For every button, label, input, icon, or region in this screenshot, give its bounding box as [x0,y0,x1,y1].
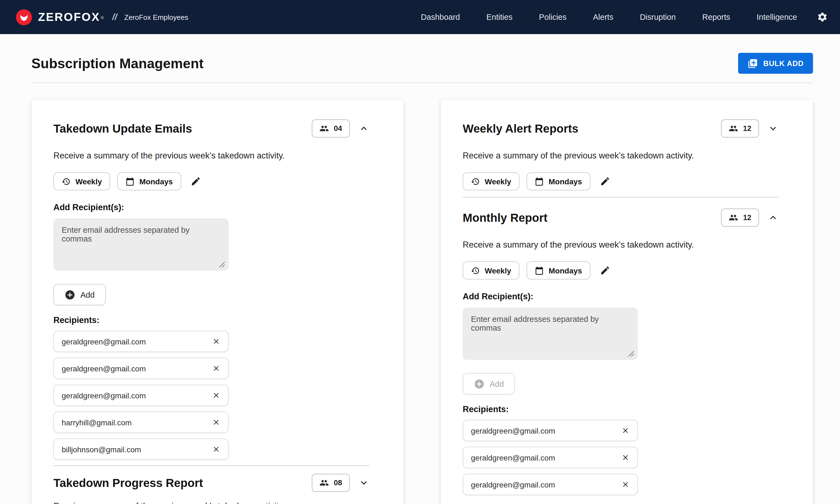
day-pill: Mondays [117,172,181,191]
section-controls: 08 [312,474,370,492]
brand: ZEROFOX ® // ZeroFox Employees [15,8,188,25]
recipient-email: billjohnson@gmail.com [62,445,141,454]
remove-recipient-icon[interactable] [621,480,630,489]
recipient-email: geraldgreen@gmail.com [62,364,146,373]
takedown-update-header: Takedown Update Emails 04 [53,120,370,138]
add-recipients-label: Add Recipient(s): [463,292,779,302]
app-viewport: ZEROFOX ® // ZeroFox Employees Dashboard… [0,0,840,504]
recipient-row: geraldgreen@gmail.com [463,420,638,441]
page-header: Subscription Management BULK ADD [31,53,813,74]
bulk-add-label: BULK ADD [764,59,804,67]
recipient-email: geraldgreen@gmail.com [471,426,555,435]
nav-item[interactable]: Entities [473,13,526,21]
edit-schedule-icon[interactable] [600,265,610,276]
recipient-count-badge: 04 [312,120,350,138]
recipient-count: 12 [743,214,751,222]
section-description: Receive a summary of the previous week’s… [463,239,779,250]
section-controls: 04 [312,120,370,138]
section-divider [53,466,370,466]
email-input[interactable] [53,218,228,271]
cards-row: Takedown Update Emails 04 Receive a summ… [31,100,813,504]
calendar-icon [535,266,544,275]
section-description: Receive a summary of the previous week’s… [53,150,370,161]
day-pill: Mondays [527,172,590,191]
page-content: Subscription Management BULK ADD Takedow… [0,53,840,504]
remove-recipient-icon[interactable] [212,391,220,399]
recipient-count: 08 [334,479,342,487]
takedown-card: Takedown Update Emails 04 Receive a summ… [31,100,404,504]
add-recipient-button[interactable]: Add [463,373,515,395]
section-title: Monthly Report [463,211,548,224]
recipient-row: geraldgreen@gmail.com [463,447,638,468]
section-controls: 12 [721,120,779,138]
nav-item[interactable]: Alerts [580,13,627,21]
remove-recipient-icon[interactable] [212,364,220,373]
plus-circle-icon [65,289,75,300]
settings-gear-icon[interactable] [817,12,828,22]
resize-handle-icon[interactable] [628,349,635,356]
recipients-list: geraldgreen@gmail.com geraldgreen@gmail.… [53,331,370,460]
main-nav: DashboardEntitiesPoliciesAlertsDisruptio… [408,13,810,21]
weekly-alert-header: Weekly Alert Reports 12 [463,120,779,138]
page-title: Subscription Management [31,55,204,71]
remove-recipient-icon[interactable] [621,453,630,462]
recipient-email: geraldgreen@gmail.com [471,453,555,462]
chevron-up-icon[interactable] [358,123,370,134]
calendar-icon [125,177,134,186]
remove-recipient-icon[interactable] [212,445,220,453]
remove-recipient-icon[interactable] [212,337,220,345]
remove-recipient-icon[interactable] [212,418,220,427]
history-clock-icon [471,266,480,275]
brand-separator: // [112,12,117,22]
chevron-up-icon[interactable] [767,212,779,223]
reports-card: Weekly Alert Reports 12 Receive a summar… [441,100,813,504]
zerofox-logo-icon [15,8,33,25]
resize-handle-icon[interactable] [219,260,225,267]
remove-recipient-icon[interactable] [621,427,630,435]
top-navbar: ZEROFOX ® // ZeroFox Employees Dashboard… [0,0,840,34]
chevron-down-icon[interactable] [358,477,370,489]
frequency-pill: Weekly [53,172,110,191]
title-divider [31,83,813,83]
takedown-progress-header: Takedown Progress Report 08 [53,474,370,492]
edit-schedule-icon[interactable] [600,176,610,186]
recipient-email: geraldgreen@gmail.com [471,480,555,489]
recipients-label: Recipients: [53,315,370,325]
bulk-add-button[interactable]: BULK ADD [738,53,813,74]
nav-item[interactable]: Reports [689,13,743,21]
recipient-count-badge: 08 [312,474,350,492]
recipient-row: billjohnson@gmail.com [53,438,228,460]
calendar-icon [535,177,544,186]
chevron-down-icon[interactable] [767,123,779,134]
recipient-count: 04 [334,124,342,132]
recipient-email: geraldgreen@gmail.com [62,391,146,400]
group-icon [729,124,738,133]
recipient-email: geraldgreen@gmail.com [62,337,146,346]
recipient-row: geraldgreen@gmail.com [53,358,228,379]
bulk-add-icon [748,58,758,69]
section-title: Takedown Progress Report [53,476,203,489]
recipient-count-badge: 12 [721,209,759,227]
section-title: Takedown Update Emails [53,122,192,135]
group-icon [320,478,329,487]
nav-item[interactable]: Disruption [627,13,689,21]
nav-item[interactable]: Intelligence [743,13,810,21]
monthly-report-header: Monthly Report 12 [463,209,779,227]
org-name: ZeroFox Employees [124,13,188,21]
recipients-label: Recipients: [463,404,779,414]
brand-name: ZEROFOX [38,11,100,24]
add-recipient-button[interactable]: Add [53,284,106,305]
recipient-row: harryhill@gmail.com [53,412,228,433]
nav-item[interactable]: Policies [526,13,580,21]
recipient-row: geraldgreen@gmail.com [463,474,638,495]
section-controls: 12 [721,209,779,227]
frequency-pill: Weekly [463,172,519,191]
section-divider [463,197,779,198]
email-input[interactable] [463,308,638,360]
registered-mark: ® [101,15,104,20]
nav-item[interactable]: Dashboard [408,13,473,21]
history-clock-icon [62,177,70,186]
email-textarea-wrap [53,218,228,271]
day-pill: Mondays [527,262,590,280]
edit-schedule-icon[interactable] [190,176,201,186]
